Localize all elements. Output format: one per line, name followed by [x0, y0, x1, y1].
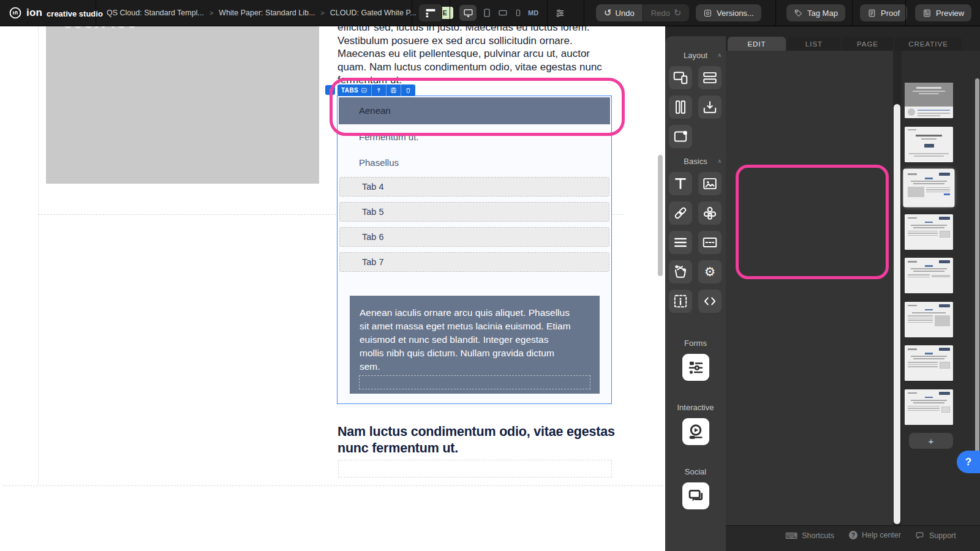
- redo-icon: ↻: [674, 9, 682, 18]
- help-center-link[interactable]: ? Help center: [849, 531, 901, 539]
- widget-panel-text: Aenean iaculis ornare arcu quis aliquet.…: [360, 306, 590, 373]
- gear-icon: ⚙: [702, 264, 718, 280]
- save-element-button[interactable]: [386, 84, 401, 96]
- link-tool[interactable]: [669, 201, 692, 225]
- redo-label: Redo: [651, 9, 670, 18]
- container-tool[interactable]: [669, 125, 692, 148]
- widget-content-panel[interactable]: Aenean iaculis ornare arcu quis aliquet.…: [350, 296, 600, 394]
- help-fab-button[interactable]: ?: [957, 451, 980, 473]
- list-tool[interactable]: [669, 231, 692, 254]
- collapse-chevron-icon[interactable]: ∧: [717, 158, 722, 164]
- tag-map-label: Tag Map: [807, 9, 838, 18]
- breadcrumb-separator: >: [320, 9, 324, 17]
- ion-logo-icon: [9, 6, 22, 20]
- widget-tab-item[interactable]: Phasellus: [339, 150, 610, 176]
- panel-tab-list[interactable]: LIST: [788, 37, 840, 51]
- widget-tab-button[interactable]: Tab 5: [339, 202, 609, 222]
- page-thumbnail[interactable]: [905, 258, 953, 293]
- form-tool[interactable]: [682, 354, 709, 381]
- offer-tool[interactable]: [669, 260, 692, 283]
- keyboard-icon: ⌨: [785, 531, 797, 541]
- page-thumbnail[interactable]: [905, 214, 953, 250]
- settings-tool[interactable]: ⚙: [698, 260, 722, 283]
- page-divider-dashed: [2, 485, 663, 486]
- asset-icon: [702, 205, 718, 221]
- redo-button[interactable]: Redo ↻: [643, 4, 690, 21]
- support-link[interactable]: Support: [916, 531, 956, 540]
- page-thumbnail[interactable]: [905, 127, 953, 162]
- widget-tab-button[interactable]: Tab 4: [339, 177, 609, 197]
- code-tool[interactable]: [698, 290, 722, 313]
- phone-icon[interactable]: [514, 8, 522, 18]
- delete-element-button[interactable]: [401, 84, 415, 96]
- proof-button[interactable]: Proof: [860, 4, 907, 21]
- section-heading[interactable]: Nam luctus condimentum odio, vitae egest…: [337, 424, 615, 457]
- canvas: 600X400 efficitur sed, luctus in justo. …: [0, 26, 665, 551]
- shortcuts-label: Shortcuts: [802, 531, 834, 540]
- devices-icon: [673, 70, 688, 86]
- image-icon: [702, 176, 718, 192]
- tag-map-button[interactable]: Tag Map: [786, 4, 845, 21]
- social-tool[interactable]: [682, 482, 709, 509]
- tabs-widget-selection[interactable]: Aenean Fermentum ut.Phasellus Tab 4Tab 5…: [337, 96, 612, 404]
- save-icon: [390, 87, 397, 94]
- breadcrumb-item[interactable]: QS Cloud: Standard Templ...: [107, 9, 204, 17]
- widget-tab-button[interactable]: Tab 6: [339, 227, 609, 247]
- page-thumbnail[interactable]: [905, 389, 953, 425]
- element-type-button[interactable]: TABS: [337, 84, 372, 96]
- tablet-landscape-icon[interactable]: [497, 8, 508, 18]
- empty-content-slot[interactable]: [338, 460, 612, 478]
- widget-tab-selected[interactable]: Aenean: [339, 97, 610, 124]
- app-logo[interactable]: ion creative studio: [9, 0, 103, 26]
- page-thumbnail[interactable]: [905, 345, 953, 381]
- import-tool[interactable]: [698, 96, 722, 119]
- layout-view-button[interactable]: [419, 4, 442, 21]
- widget-tab-item[interactable]: Fermentum ut.: [339, 124, 610, 150]
- panel-tab-page[interactable]: PAGE: [842, 37, 893, 51]
- page-thumbnail-selected[interactable]: [905, 170, 953, 206]
- palette-grid: [669, 66, 723, 148]
- fieldset-icon: [702, 234, 718, 250]
- rail-scrollbar[interactable]: [975, 78, 979, 470]
- proof-label: Proof: [881, 9, 900, 18]
- widget-tab-button[interactable]: Tab 7: [339, 252, 609, 272]
- desktop-preview-button[interactable]: [459, 5, 477, 21]
- collapse-chevron-icon[interactable]: ∧: [717, 52, 722, 58]
- canvas-scrollbar[interactable]: [658, 155, 663, 276]
- pin-button[interactable]: [372, 84, 386, 96]
- page-thumbnail[interactable]: [905, 302, 953, 337]
- add-page-button[interactable]: +: [909, 433, 953, 449]
- coupon-icon: [673, 264, 688, 280]
- shortcuts-link[interactable]: ⌨ Shortcuts: [785, 531, 834, 541]
- empty-drop-zone[interactable]: [359, 375, 590, 389]
- columns-tool[interactable]: [669, 96, 692, 119]
- settings-sliders-icon[interactable]: [555, 8, 565, 18]
- responsive-preview-tool[interactable]: [669, 66, 692, 89]
- media-tool[interactable]: [682, 418, 709, 445]
- panel-tab-edit[interactable]: EDIT: [728, 37, 786, 51]
- preview-button[interactable]: Preview: [915, 4, 971, 21]
- help-footer: ⌨ Shortcuts ? Help center Support: [726, 525, 980, 551]
- asset-tool[interactable]: [698, 201, 722, 225]
- placeholder-tool[interactable]: [669, 290, 692, 313]
- panel-tab-creative[interactable]: CREATIVE: [895, 37, 962, 51]
- fieldset-tool[interactable]: [698, 231, 722, 254]
- breakpoint-label[interactable]: MD: [528, 9, 538, 17]
- undo-button[interactable]: ↺ Undo: [596, 4, 643, 21]
- move-element-button[interactable]: ↑: [325, 85, 335, 95]
- tablet-portrait-icon[interactable]: [482, 8, 492, 18]
- edit-panel-scrollbar[interactable]: [894, 104, 900, 524]
- breadcrumb-item[interactable]: White Paper: Standard Lib...: [219, 9, 315, 17]
- intro-paragraph[interactable]: efficitur sed, luctus in justo. Maecenas…: [337, 21, 602, 87]
- versions-button[interactable]: Versions...: [696, 4, 761, 21]
- breadcrumb-item[interactable]: CLOUD: Gated White P...: [330, 9, 417, 17]
- page-thumbnail[interactable]: [905, 83, 953, 118]
- link-icon: [673, 205, 688, 221]
- tag-icon: [794, 9, 803, 18]
- rows-tool[interactable]: [698, 66, 722, 89]
- text-tool[interactable]: [669, 172, 692, 195]
- palette-section-label: Basics∧: [665, 157, 726, 166]
- image-placeholder[interactable]: 600X400: [46, 26, 319, 184]
- image-tool[interactable]: [698, 172, 722, 195]
- palette-section-label: Forms: [665, 339, 726, 348]
